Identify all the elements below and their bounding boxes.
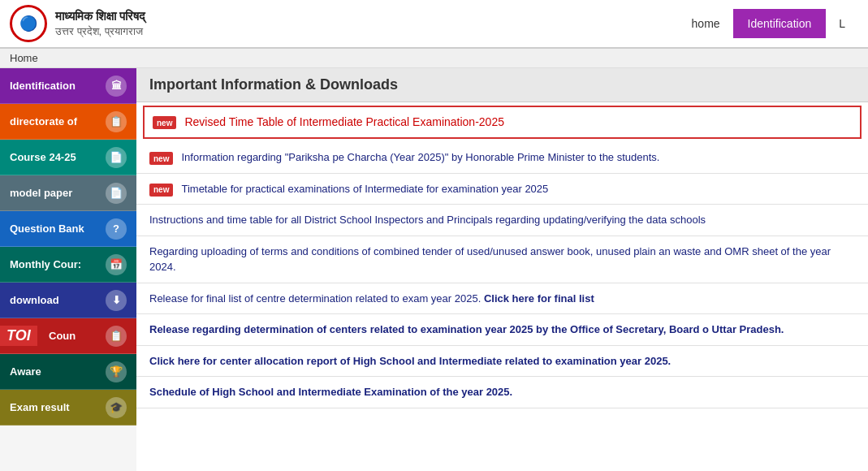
content-list: new Revised Time Table of Intermediate P… [136,102,868,471]
course-icon: 📄 [106,147,127,168]
main-layout: Identification 🏛 directorate of 📋 Course… [0,68,868,471]
item-text: Regarding uploading of terms and conditi… [149,244,855,275]
logo-text: माध्यमिक शिक्षा परिषद् उत्तर प्रदेश, प्र… [55,7,145,39]
item-text: Revised Time Table of Intermediate Pract… [184,114,852,131]
item-text: Release for final list of centre determi… [149,291,855,307]
sidebar-label-directorate: directorate of [10,115,77,127]
list-item[interactable]: Release for final list of centre determi… [136,283,868,315]
sidebar-item-identification[interactable]: Identification 🏛 [0,68,136,104]
sidebar-label-download: download [10,294,59,306]
sidebar-label-course: Course 24-25 [10,151,76,163]
sidebar-item-council[interactable]: TOI Coun 📋 [0,318,136,354]
sidebar-item-directorate[interactable]: directorate of 📋 [0,104,136,140]
item-text: Timetable for practical examinations of … [181,181,855,197]
sidebar-item-aware[interactable]: Aware 🏆 [0,354,136,390]
list-item[interactable]: Instructions and time table for all Dist… [136,205,868,236]
item-text: Information regarding "Pariksha pe Charc… [181,149,855,166]
nav-extra[interactable]: L [826,11,858,37]
sidebar-item-exam-result[interactable]: Exam result 🎓 [0,390,136,426]
list-item[interactable]: Click here for center allocation report … [136,346,868,378]
item-text: Instructions and time table for all Dist… [149,212,855,228]
item-text: Release regarding determination of cente… [149,322,855,338]
toi-badge: TOI [0,326,37,346]
question-bank-icon: ? [106,218,127,240]
content-header: Important Information & Downloads [136,68,868,102]
nav-home[interactable]: home [679,11,733,37]
download-icon: ⬇ [106,290,127,311]
top-nav: 🔵 माध्यमिक शिक्षा परिषद् उत्तर प्रदेश, प… [0,0,868,49]
item-text: Click here for center allocation report … [149,353,855,369]
directorate-icon: 📋 [106,111,127,132]
logo-icon: 🔵 [10,5,47,42]
logo-line2: उत्तर प्रदेश, प्रयागराज [55,24,145,39]
council-icon: 📋 [106,326,127,347]
list-item[interactable]: new Revised Time Table of Intermediate P… [143,106,862,139]
sidebar-label-aware: Aware [10,365,41,378]
sidebar-item-monthly-course[interactable]: Monthly Cour: 📅 [0,247,136,283]
sidebar-item-model-paper[interactable]: model paper 📄 [0,175,136,211]
list-item[interactable]: Release regarding determination of cente… [136,314,868,346]
sidebar-item-download[interactable]: download ⬇ [0,283,136,318]
list-item[interactable]: new Information regarding "Pariksha pe C… [136,142,868,174]
item-text: Schedule of High School and Intermediate… [149,384,855,400]
model-paper-icon: 📄 [106,183,127,204]
section-title: Important Information & Downloads [149,76,398,93]
content-area: Important Information & Downloads new Re… [136,68,868,471]
sidebar-item-course[interactable]: Course 24-25 📄 [0,140,136,175]
nav-links: home Identification L [679,9,858,38]
nav-identification[interactable]: Identification [733,9,827,38]
list-item[interactable]: Schedule of High School and Intermediate… [136,377,868,408]
list-item[interactable]: new Timetable for practical examinations… [136,174,868,205]
monthly-course-icon: 📅 [106,254,127,275]
logo-line1: माध्यमिक शिक्षा परिषद् [55,7,145,24]
sidebar-label-exam-result: Exam result [10,401,70,413]
list-item[interactable]: Regarding uploading of terms and conditi… [136,236,868,283]
new-badge: new [153,116,176,129]
sidebar-label-question-bank: Question Bank [10,223,84,235]
breadcrumb: Home [0,49,868,68]
sidebar-item-question-bank[interactable]: Question Bank ? [0,211,136,247]
logo-area: 🔵 माध्यमिक शिक्षा परिषद् उत्तर प्रदेश, प… [10,5,679,42]
sidebar: Identification 🏛 directorate of 📋 Course… [0,68,136,471]
exam-result-icon: 🎓 [106,397,127,418]
aware-icon: 🏆 [106,361,127,382]
sidebar-label-monthly-course: Monthly Cour: [10,258,81,270]
new-badge: new [149,152,173,165]
sidebar-label-council: Coun [49,330,76,342]
identification-icon: 🏛 [106,76,127,97]
new-badge: new [149,184,173,197]
sidebar-label-identification: Identification [10,80,76,92]
sidebar-label-model-paper: model paper [10,187,72,199]
